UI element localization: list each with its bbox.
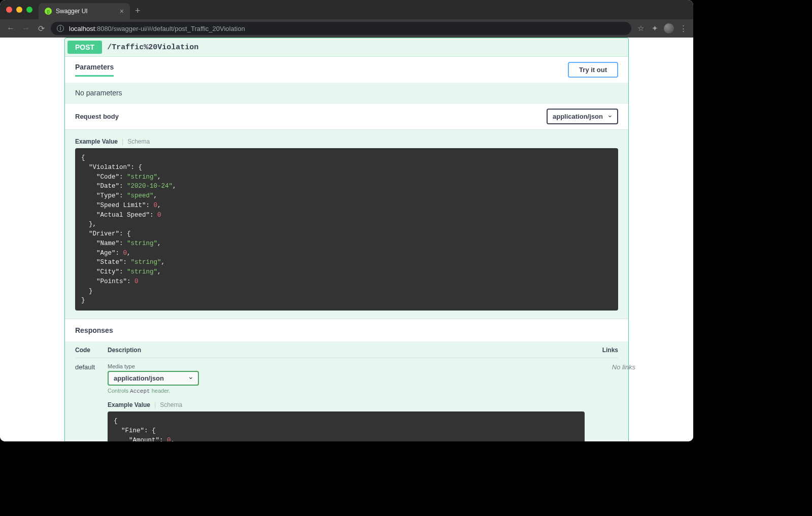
- operation-block: POST /Traffic%20Violation Parameters Try…: [64, 38, 629, 441]
- request-example-code[interactable]: { "Violation": { "Code": "string", "Date…: [75, 148, 618, 311]
- responses-heading: Responses: [65, 319, 628, 341]
- window-maximize-icon[interactable]: [26, 7, 32, 13]
- tab-title: Swagger UI: [56, 8, 116, 15]
- extensions-icon[interactable]: ✦: [650, 24, 660, 33]
- close-tab-icon[interactable]: ×: [120, 7, 124, 15]
- responses-description-column: Description: [108, 347, 567, 354]
- http-method-badge: POST: [67, 41, 102, 54]
- window-close-icon[interactable]: [6, 7, 12, 13]
- parameters-tab[interactable]: Parameters: [75, 63, 114, 77]
- forward-button[interactable]: →: [20, 24, 31, 33]
- site-info-icon[interactable]: i: [57, 25, 64, 32]
- media-type-select[interactable]: application/json: [108, 371, 199, 386]
- response-example-value-tab[interactable]: Example Value: [108, 401, 150, 408]
- no-parameters-text: No parameters: [65, 83, 628, 103]
- response-links: No links: [585, 363, 635, 441]
- browser-toolbar: ← → ⟳ i localhost:8080/swagger-ui/#/defa…: [0, 19, 693, 38]
- operation-header[interactable]: POST /Traffic%20Violation: [65, 38, 628, 57]
- back-button[interactable]: ←: [5, 24, 16, 33]
- media-type-label: Media type: [108, 363, 585, 369]
- response-schema-tab[interactable]: Schema: [160, 401, 182, 408]
- responses-links-column: Links: [567, 347, 618, 354]
- browser-titlebar: {} Swagger UI × +: [0, 0, 693, 19]
- accept-header-help: Controls Accept header.: [108, 388, 585, 394]
- response-code: default: [75, 363, 108, 441]
- browser-menu-icon[interactable]: ⋮: [678, 24, 688, 33]
- profile-avatar[interactable]: [664, 23, 674, 33]
- content-type-select[interactable]: application/json: [547, 109, 618, 124]
- reload-button[interactable]: ⟳: [36, 24, 47, 33]
- swagger-favicon-icon: {}: [45, 8, 52, 15]
- responses-code-column: Code: [75, 347, 108, 354]
- window-minimize-icon[interactable]: [16, 7, 22, 13]
- try-it-out-button[interactable]: Try it out: [568, 62, 618, 78]
- example-value-tab[interactable]: Example Value: [75, 138, 118, 145]
- page-content: POST /Traffic%20Violation Parameters Try…: [0, 38, 693, 441]
- schema-tab[interactable]: Schema: [127, 138, 150, 145]
- browser-tab[interactable]: {} Swagger UI ×: [39, 3, 130, 19]
- bookmark-star-icon[interactable]: ☆: [635, 24, 646, 33]
- endpoint-path: /Traffic%20Violation: [107, 43, 198, 52]
- response-example-code[interactable]: { "Fine": { "Amount": 0, "Points": 0 }, …: [108, 411, 585, 441]
- new-tab-button[interactable]: +: [135, 6, 141, 16]
- address-bar[interactable]: i localhost:8080/swagger-ui/#/default/po…: [51, 22, 631, 35]
- request-body-label: Request body: [75, 113, 119, 120]
